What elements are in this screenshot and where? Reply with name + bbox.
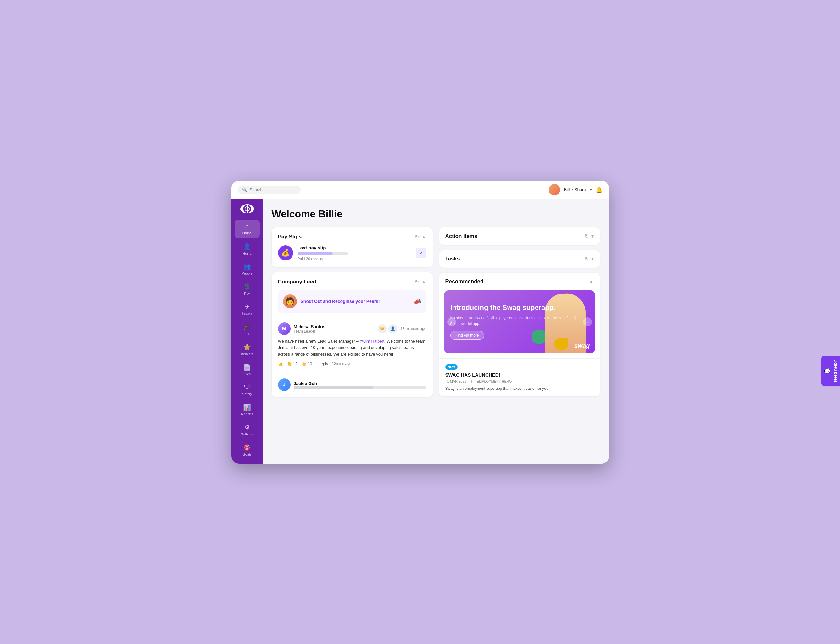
sidebar-item-pay[interactable]: 💲 Pay [235, 280, 260, 299]
collapse-chevron-icon[interactable]: ▾ [591, 233, 594, 239]
swag-banner-title: Introducing the Swag superapp. [450, 304, 589, 312]
reaction-clap[interactable]: 👏 12 [287, 361, 297, 366]
main-layout: ⌂ Home 👤 Hiring 👥 People 💲 Pay ✈ Leave 🎓 [231, 199, 609, 464]
payslip-name: Last pay slip [297, 245, 411, 250]
hiring-icon: 👤 [243, 243, 251, 250]
news-date: 1 MAR 2023 [447, 380, 466, 383]
feed-bar [294, 386, 373, 389]
sidebar-item-reports[interactable]: 📊 Reports [235, 400, 260, 419]
payslip-info: Last pay slip Paid 20 days ago [297, 245, 411, 261]
action-items-header: Action items ↻ ▾ [439, 227, 600, 245]
swag-banner-subtitle: It's streamlined work, flexible pay, ser… [450, 315, 589, 327]
banner-next-button[interactable]: › [583, 317, 592, 326]
recommended-controls: ▲ [589, 279, 594, 284]
company-feed-card: Company Feed ↻ ▲ 🧑 Shout Out and Recogni… [272, 273, 433, 398]
pay-slips-actions: ↻ ▲ [415, 234, 427, 240]
collapse-icon[interactable]: ▲ [422, 234, 427, 240]
replies-link[interactable]: 1 reply [316, 361, 328, 366]
sidebar-item-leave[interactable]: ✈ Leave [235, 300, 260, 319]
user-menu-chevron-icon[interactable]: ▾ [590, 188, 592, 192]
refresh-icon[interactable]: ↻ [415, 234, 419, 240]
action-items-card: Action items ↻ ▾ [439, 227, 600, 245]
feed-author-role: Team Leader [294, 329, 375, 334]
safety-icon: 🛡 [244, 383, 250, 391]
user-name: Billie Sharp [564, 187, 586, 192]
news-title: SWAG HAS LAUNCHED! [445, 372, 594, 378]
sidebar-item-label: Learn [243, 332, 251, 336]
collapse-icon[interactable]: ▲ [422, 279, 427, 285]
sidebar-item-label: Benefits [241, 352, 253, 356]
sidebar-item-safety[interactable]: 🛡 Safety [235, 380, 260, 399]
sidebar-item-hiring[interactable]: 👤 Hiring [235, 240, 260, 258]
payslip-date: Paid 20 days ago [297, 257, 411, 261]
pay-icon: 💲 [243, 283, 251, 291]
pay-slips-card: Pay Slips ↻ ▲ 💰 Last pay slip [272, 227, 433, 268]
feed-user-info: Melissa Santos Team Leader [294, 324, 375, 334]
payslip-progress-bar [297, 252, 348, 255]
collapse-icon[interactable]: ▲ [589, 279, 594, 284]
payslip-view-button[interactable]: > [416, 248, 427, 258]
search-input[interactable] [250, 187, 290, 192]
action-items-controls: ↻ ▾ [585, 233, 594, 239]
recommended-title: Recommended [445, 278, 484, 285]
avatar-image [549, 184, 560, 196]
feed-author-2-name: Jackie Goh [294, 381, 427, 386]
feed-author-name: Melissa Santos [294, 324, 375, 329]
feed-post-2: J Jackie Goh [278, 375, 427, 391]
collapse-chevron-icon[interactable]: ▾ [591, 256, 594, 262]
recommended-header: Recommended ▲ [439, 273, 600, 291]
payslip-row: 💰 Last pay slip Paid 20 days ago > [278, 245, 427, 261]
feed-divider [278, 371, 427, 371]
news-badge: NEW [445, 364, 458, 370]
sidebar-item-people[interactable]: 👥 People [235, 260, 260, 278]
search-icon: 🔍 [242, 187, 247, 192]
company-feed-title: Company Feed [278, 279, 317, 285]
feed-mention[interactable]: @Jim Halpert [359, 339, 384, 343]
refresh-icon[interactable]: ↻ [585, 256, 589, 262]
news-source: EMPLOYMENT HERO [477, 380, 512, 383]
refresh-icon[interactable]: ↻ [415, 279, 419, 285]
sidebar-item-label: Hiring [243, 251, 252, 255]
sidebar-item-benefits[interactable]: ⭐ Benefits [235, 340, 260, 359]
find-out-more-button[interactable]: Find out more [450, 331, 484, 340]
leave-icon: ✈ [244, 303, 250, 310]
notification-bell-icon[interactable]: 🔔 [596, 186, 602, 193]
tasks-title: Tasks [445, 256, 460, 262]
tasks-controls: ↻ ▾ [585, 256, 594, 262]
reports-icon: 📊 [243, 403, 251, 411]
reaction-wave[interactable]: 👋 10 [301, 361, 312, 366]
topbar: 🔍 Billie Sharp ▾ 🔔 [231, 181, 609, 199]
learn-icon: 🎓 [243, 323, 251, 331]
user-area: Billie Sharp ▾ 🔔 [549, 184, 602, 196]
swag-banner: ‹ Introducing the Swag superapp. It's st… [444, 291, 595, 353]
reply-time: 13mins ago [332, 361, 351, 366]
right-column: Action items ↻ ▾ Tasks ↻ [439, 227, 600, 398]
action-items-title: Action items [445, 233, 477, 240]
need-help-label: Need help? [833, 360, 837, 382]
wave-emoji: 👋 [301, 361, 306, 366]
sidebar-item-home[interactable]: ⌂ Home [235, 220, 260, 238]
sidebar-item-label: Goals [243, 452, 252, 456]
news-separator: | [471, 380, 472, 383]
sidebar-item-learn[interactable]: 🎓 Learn [235, 320, 260, 339]
swag-logo-text: swag [574, 342, 590, 350]
chat-icon: 💬 [824, 368, 830, 374]
refresh-icon[interactable]: ↻ [585, 233, 589, 239]
sidebar-logo[interactable] [240, 204, 254, 213]
sidebar-item-label: Pay [244, 292, 250, 296]
sidebar-item-settings[interactable]: ⚙ Settings [235, 420, 260, 439]
company-feed-actions: ↻ ▲ [415, 279, 427, 285]
need-help-panel[interactable]: 💬 Need help? [822, 355, 840, 386]
shoutout-megaphone-icon: 📣 [413, 297, 422, 305]
sidebar-item-files[interactable]: 📄 Files [235, 360, 260, 379]
tasks-card: Tasks ↻ ▾ [439, 250, 600, 268]
files-icon: 📄 [243, 363, 251, 371]
sidebar-item-label: Leave [243, 312, 252, 315]
sidebar-item-goals[interactable]: 🎯 Goals [235, 440, 260, 459]
shoutout-box[interactable]: 🧑 Shout Out and Recognise your Peers! 📣 [278, 290, 427, 313]
search-box[interactable]: 🔍 [238, 186, 301, 194]
reaction-like-icon: 👍 [278, 361, 283, 366]
shoutout-text: Shout Out and Recognise your Peers! [301, 299, 410, 304]
people-icon: 👥 [243, 263, 251, 270]
banner-prev-button[interactable]: ‹ [447, 317, 456, 326]
